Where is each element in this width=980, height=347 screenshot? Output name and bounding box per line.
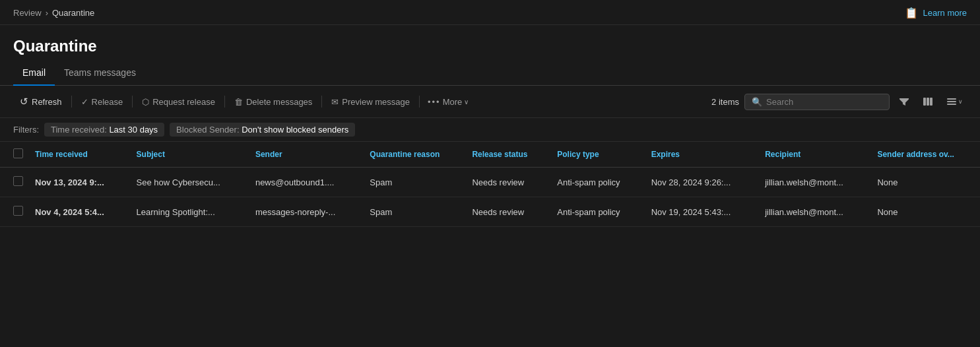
row-recipient-0: jillian.welsh@mont... bbox=[757, 168, 869, 197]
search-input[interactable] bbox=[766, 97, 882, 107]
toolbar-separator-4 bbox=[321, 96, 322, 108]
col-header-sender-addr[interactable]: Sender address ov... bbox=[869, 142, 980, 168]
refresh-button[interactable]: ↺ Refresh bbox=[13, 92, 69, 111]
toolbar-separator-5 bbox=[419, 96, 420, 108]
filter-blocked-val: Don't show blocked senders bbox=[242, 125, 348, 135]
row-reason-1: Spam bbox=[362, 197, 464, 227]
row-status-0: Needs review bbox=[464, 168, 549, 197]
view-options-chevron: ∨ bbox=[958, 98, 963, 105]
svg-rect-5 bbox=[947, 104, 956, 105]
columns-icon-button[interactable] bbox=[919, 94, 937, 110]
view-options-button[interactable]: ∨ bbox=[942, 94, 967, 110]
col-header-recipient[interactable]: Recipient bbox=[757, 142, 869, 168]
row-subject-1: Learning Spotlight:... bbox=[129, 197, 247, 227]
col-header-reason[interactable]: Quarantine reason bbox=[362, 142, 464, 168]
row-policy-0: Anti-spam policy bbox=[549, 168, 643, 197]
toolbar-separator-1 bbox=[71, 96, 72, 108]
select-all-checkbox[interactable] bbox=[13, 148, 23, 158]
filter-icon-button[interactable] bbox=[895, 94, 913, 110]
svg-rect-4 bbox=[947, 101, 956, 102]
row-recipient-1: jillian.welsh@mont... bbox=[757, 197, 869, 227]
col-header-time[interactable]: Time received bbox=[27, 142, 129, 168]
row-sender-addr-1: None bbox=[869, 197, 980, 227]
page-title: Quarantine bbox=[13, 37, 967, 55]
tab-email[interactable]: Email bbox=[13, 62, 55, 86]
filter-blocked-sender[interactable]: Blocked Sender: Don't show blocked sende… bbox=[170, 123, 355, 137]
learn-more-link[interactable]: 📋 Learn more bbox=[905, 7, 967, 19]
filter-time-key: Time received: bbox=[51, 125, 109, 135]
learn-more-icon: 📋 bbox=[905, 7, 918, 19]
svg-rect-2 bbox=[930, 98, 932, 106]
row-policy-1: Anti-spam policy bbox=[549, 197, 643, 227]
delete-icon: 🗑 bbox=[234, 97, 243, 107]
table-row[interactable]: Nov 4, 2024 5:4... Learning Spotlight:..… bbox=[0, 197, 980, 227]
toolbar-right: 2 items 🔍 ∨ bbox=[711, 94, 967, 110]
more-button[interactable]: ••• More ∨ bbox=[422, 94, 474, 110]
row-time-1: Nov 4, 2024 5:4... bbox=[27, 197, 129, 227]
learn-more-label: Learn more bbox=[923, 8, 967, 18]
refresh-icon: ↺ bbox=[20, 96, 28, 108]
row-time-0: Nov 13, 2024 9:... bbox=[27, 168, 129, 197]
row-expires-1: Nov 19, 2024 5:43:... bbox=[643, 197, 758, 227]
columns-icon bbox=[923, 96, 933, 107]
row-checkbox-cell[interactable] bbox=[0, 197, 27, 227]
breadcrumb-sep: › bbox=[46, 8, 48, 18]
items-count: 2 items bbox=[711, 97, 739, 107]
col-header-sender[interactable]: Sender bbox=[247, 142, 362, 168]
col-header-expires[interactable]: Expires bbox=[643, 142, 758, 168]
search-box: 🔍 bbox=[744, 94, 890, 110]
table-row[interactable]: Nov 13, 2024 9:... See how Cybersecu... … bbox=[0, 168, 980, 197]
top-bar: Review › Quarantine 📋 Learn more bbox=[0, 0, 980, 25]
col-header-policy[interactable]: Policy type bbox=[549, 142, 643, 168]
filters-bar: Filters: Time received: Last 30 days Blo… bbox=[0, 118, 980, 142]
filters-label: Filters: bbox=[13, 125, 39, 135]
filter-icon bbox=[899, 96, 909, 107]
preview-message-button[interactable]: ✉ Preview message bbox=[325, 94, 416, 110]
release-icon: ✓ bbox=[81, 97, 88, 107]
quarantine-table: Time received Subject Sender Quarantine … bbox=[0, 142, 980, 227]
request-release-icon: ⬡ bbox=[142, 97, 149, 107]
filter-time-val: Last 30 days bbox=[109, 125, 158, 135]
table-header-row: Time received Subject Sender Quarantine … bbox=[0, 142, 980, 168]
row-checkbox-cell[interactable] bbox=[0, 168, 27, 197]
row-expires-0: Nov 28, 2024 9:26:... bbox=[643, 168, 758, 197]
search-icon: 🔍 bbox=[752, 97, 762, 107]
view-options-icon bbox=[946, 96, 957, 107]
table-wrap: Time received Subject Sender Quarantine … bbox=[0, 142, 980, 227]
toolbar: ↺ Refresh ✓ Release ⬡ Request release 🗑 … bbox=[0, 86, 980, 118]
tabs-container: Email Teams messages bbox=[0, 62, 980, 86]
breadcrumb-current: Quarantine bbox=[52, 8, 94, 18]
delete-messages-button[interactable]: 🗑 Delete messages bbox=[228, 94, 319, 110]
request-release-button[interactable]: ⬡ Request release bbox=[135, 94, 222, 110]
col-header-status[interactable]: Release status bbox=[464, 142, 549, 168]
page-header: Quarantine bbox=[0, 25, 980, 62]
row-sender-addr-0: None bbox=[869, 168, 980, 197]
more-dots-icon: ••• bbox=[428, 97, 441, 107]
preview-icon: ✉ bbox=[331, 97, 339, 107]
row-sender-1: messages-noreply-... bbox=[247, 197, 362, 227]
toolbar-separator-3 bbox=[224, 96, 225, 108]
release-button[interactable]: ✓ Release bbox=[75, 94, 130, 110]
select-all-header[interactable] bbox=[0, 142, 27, 168]
row-reason-0: Spam bbox=[362, 168, 464, 197]
row-status-1: Needs review bbox=[464, 197, 549, 227]
filter-blocked-key: Blocked Sender: bbox=[176, 125, 242, 135]
row-checkbox-1[interactable] bbox=[13, 206, 23, 216]
tab-teams[interactable]: Teams messages bbox=[55, 62, 145, 86]
row-subject-0: See how Cybersecu... bbox=[129, 168, 247, 197]
toolbar-separator-2 bbox=[132, 96, 133, 108]
breadcrumb-parent[interactable]: Review bbox=[13, 8, 42, 18]
svg-rect-0 bbox=[923, 98, 926, 106]
row-checkbox-0[interactable] bbox=[13, 176, 23, 186]
more-chevron-icon: ∨ bbox=[464, 98, 469, 106]
col-header-subject[interactable]: Subject bbox=[129, 142, 247, 168]
svg-rect-3 bbox=[947, 98, 956, 100]
svg-rect-1 bbox=[927, 98, 929, 106]
breadcrumb: Review › Quarantine bbox=[13, 8, 94, 18]
filter-time-received[interactable]: Time received: Last 30 days bbox=[44, 123, 164, 137]
row-sender-0: news@outbound1.... bbox=[247, 168, 362, 197]
